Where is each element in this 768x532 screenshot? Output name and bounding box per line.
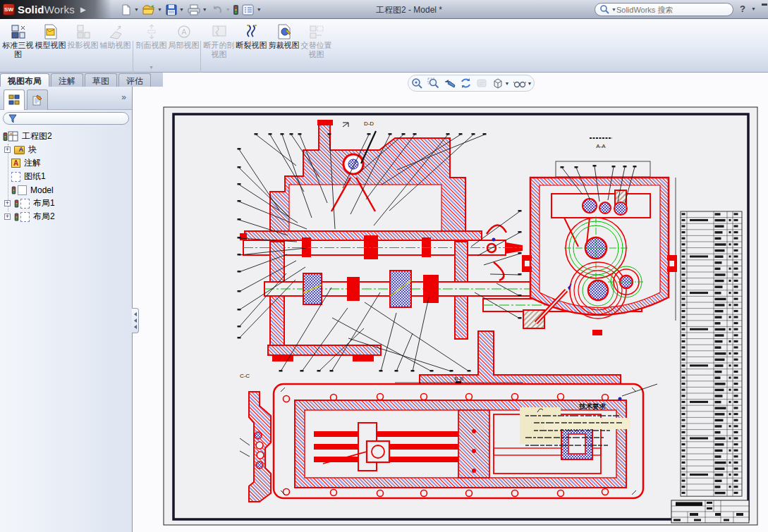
undo-button[interactable]: ▼ — [209, 1, 232, 18]
break-view-button[interactable]: 断裂视图 — [236, 21, 267, 70]
section-view-button[interactable]: 剖面视图 ▼ — [135, 21, 167, 70]
minimize-button[interactable] — [762, 4, 767, 6]
crop-view-button[interactable]: 剪裁视图 — [268, 21, 300, 70]
solidworks-window: SW SolidWorks ▶ ▼ ▼ ▼ ▼ ▼ — [0, 0, 768, 532]
model-view-button[interactable]: 模型视图 — [35, 21, 66, 70]
detail-view-button[interactable]: A 局部视图 — [168, 21, 200, 70]
dropdown-arrow-icon: ▼ — [528, 81, 532, 86]
dropdown-arrow-icon[interactable]: ▼ — [134, 7, 139, 12]
tab-evaluate[interactable]: 评估 — [118, 73, 151, 87]
projected-view-icon — [75, 23, 92, 40]
alternate-position-view-icon — [308, 23, 325, 40]
auxiliary-view-icon — [107, 23, 124, 40]
dropdown-arrow-icon[interactable]: ▼ — [257, 7, 262, 12]
print-button[interactable]: ▼ — [185, 1, 209, 18]
section-view-b-b[interactable]: B-B — [274, 376, 657, 498]
tree-item-layout2[interactable]: + 布局2 — [0, 210, 132, 223]
tab-sketch[interactable]: 草图 — [85, 73, 117, 87]
svg-text:A: A — [181, 27, 187, 36]
tech-notes-title: 技术要求 — [578, 402, 607, 410]
hide-show-items-button[interactable]: ▼ — [513, 77, 532, 89]
open-button[interactable]: ▼ — [140, 1, 164, 18]
bom-table[interactable] — [681, 211, 742, 496]
auxiliary-view-button[interactable]: 辅助视图 — [99, 21, 131, 70]
drawing-sheet-canvas[interactable]: A-A — [133, 73, 768, 532]
detail-view-icon: A — [176, 23, 193, 40]
hide-show-items-icon — [513, 77, 526, 89]
rebuild-button[interactable] — [232, 1, 240, 18]
tree-item-sheet1[interactable]: 图纸1 — [0, 170, 132, 183]
display-style-icon — [492, 77, 504, 89]
property-manager-tab[interactable] — [27, 89, 48, 110]
rebuild-traffic-light-icon — [233, 5, 238, 15]
zoom-to-area-icon[interactable] — [427, 77, 440, 89]
view-orientation-icon[interactable] — [475, 77, 489, 89]
broken-out-section-button[interactable]: 断开的剖视图 — [203, 21, 235, 70]
tree-item-annotations[interactable]: A 注解 — [0, 156, 132, 170]
quick-access-toolbar: ▼ ▼ ▼ ▼ ▼ ▼ — [118, 0, 263, 18]
projected-view-button[interactable]: 投影视图 — [67, 21, 99, 70]
alternate-position-view-button[interactable]: 交替位置视图 — [300, 21, 332, 70]
print-icon — [187, 4, 201, 16]
app-name: SolidWorks — [18, 4, 75, 16]
ribbon-tab-strip: 视图布局 注解 草图 评估 — [0, 73, 163, 87]
expand-toggle[interactable]: + — [4, 147, 11, 153]
redraw-icon[interactable] — [459, 77, 473, 89]
dropdown-arrow-icon[interactable]: ▼ — [202, 7, 207, 12]
annotations-icon: A — [11, 159, 20, 168]
search-scope-arrow-icon[interactable]: ▼ — [611, 7, 616, 12]
save-button[interactable]: ▼ — [164, 1, 185, 18]
solidworks-logo[interactable]: SW SolidWorks ▶ — [0, 0, 111, 19]
feature-manager-panel: » 工程图2 + 块 A 注解 — [0, 87, 133, 532]
dropdown-arrow-icon[interactable]: ▼ — [179, 7, 184, 12]
search-box[interactable]: ▼ — [595, 3, 733, 16]
feature-tree: 工程图2 + 块 A 注解 图纸1 Model — [0, 127, 132, 223]
feature-tree-tab[interactable] — [4, 89, 25, 110]
display-style-button[interactable]: ▼ — [492, 77, 510, 89]
options-list-icon — [241, 4, 255, 16]
expand-toggle[interactable]: + — [4, 214, 11, 220]
dropdown-arrow-icon[interactable]: ▼ — [157, 7, 162, 12]
new-document-icon — [120, 4, 133, 16]
undo-icon — [210, 4, 224, 16]
help-dropdown-arrow-icon[interactable]: ▼ — [751, 6, 756, 11]
title-block[interactable] — [671, 500, 749, 523]
expand-toggle[interactable]: + — [4, 200, 11, 206]
model-sheet-icon — [11, 185, 27, 195]
panel-expand-chevron[interactable]: » — [121, 92, 126, 102]
tab-view-layout[interactable]: 视图布局 — [0, 73, 49, 87]
section-view-dropdown-icon: ▼ — [149, 65, 154, 70]
options-button[interactable]: ▼ — [240, 1, 263, 18]
tree-item-drawing-root[interactable]: 工程图2 — [0, 130, 132, 143]
zoom-to-fit-icon[interactable] — [410, 77, 424, 89]
command-manager: 标准三视图 模型视图 投影视图 辅助视图 剖面视图 ▼ A 局部视图 断开的剖视… — [0, 19, 768, 73]
dropdown-arrow-icon: ▼ — [505, 81, 510, 86]
feature-tree-icon — [8, 94, 20, 106]
graphics-area[interactable]: ▼ ▼ — [133, 73, 768, 532]
previous-view-icon[interactable] — [443, 77, 456, 89]
tab-annotation[interactable]: 注解 — [51, 73, 83, 87]
drawing-grid-icon — [8, 131, 18, 142]
heads-up-view-toolbar: ▼ ▼ — [408, 75, 535, 92]
drawing-doc-icon — [3, 131, 18, 142]
search-input[interactable] — [616, 6, 715, 14]
model-view-icon — [42, 23, 59, 40]
tree-item-layout1[interactable]: + 布局1 — [0, 197, 132, 210]
label-b-b: B-B — [454, 376, 463, 382]
help-button[interactable]: ? — [740, 4, 745, 14]
new-document-button[interactable]: ▼ — [118, 1, 140, 18]
menu-flyout-arrow-icon[interactable]: ▶ — [80, 6, 86, 13]
blocks-folder-icon — [14, 146, 25, 154]
open-icon — [142, 4, 156, 16]
broken-out-section-icon — [211, 23, 228, 40]
tree-item-model[interactable]: Model — [0, 183, 132, 197]
title-bar: SW SolidWorks ▶ ▼ ▼ ▼ ▼ ▼ — [0, 0, 768, 19]
panel-splitter-handle[interactable] — [132, 308, 139, 333]
save-icon — [165, 4, 178, 16]
tree-item-blocks[interactable]: + 块 — [0, 143, 132, 156]
tree-filter-box[interactable] — [3, 112, 129, 125]
dropdown-arrow-icon: ▼ — [226, 7, 231, 12]
standard-3-view-button[interactable]: 标准三视图 — [2, 21, 34, 70]
standard-3-view-icon — [10, 23, 27, 40]
panel-tab-strip: » — [0, 87, 132, 110]
